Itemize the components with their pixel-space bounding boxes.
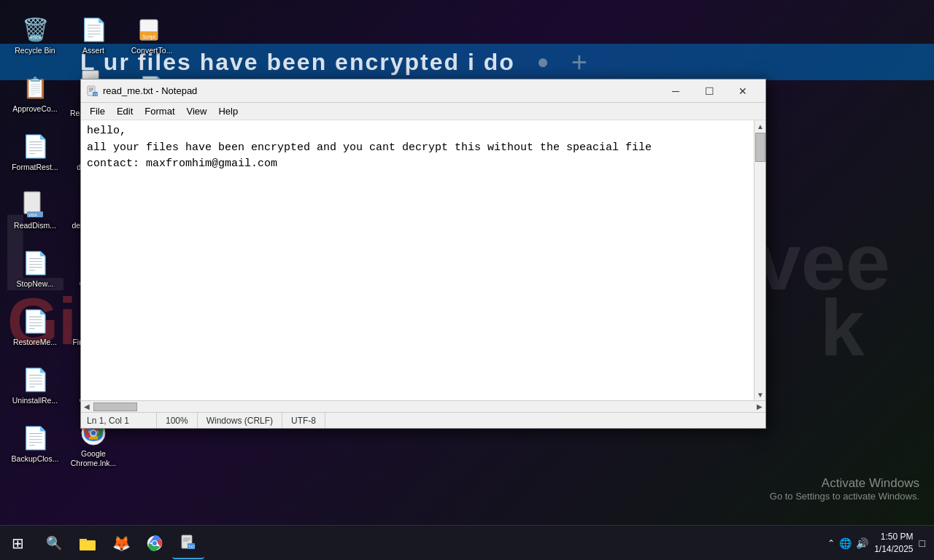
- vertical-scrollbar[interactable]: ▲ ▼: [754, 120, 765, 400]
- status-encoding: UTF-8: [282, 413, 325, 428]
- svg-rect-25: [80, 541, 95, 550]
- taskbar: ⊞ 🔍 🦊: [0, 525, 934, 560]
- svg-text:Script: Script: [142, 34, 155, 40]
- menu-help[interactable]: Help: [212, 104, 244, 118]
- notepad-title-icon: TXT: [87, 85, 99, 97]
- scroll-up-arrow[interactable]: ▲: [754, 120, 765, 132]
- restore-me-icon: 📄: [20, 307, 50, 336]
- desktop-icon-read-dism[interactable]: VBA ReadDism...: [6, 181, 64, 239]
- editor-area: hello, all your files have been encrypte…: [81, 120, 765, 400]
- desktop: L ur files have been encrypted i do ● + …: [0, 0, 934, 560]
- activate-windows-subtitle: Go to Settings to activate Windows.: [770, 491, 919, 502]
- taskbar-chrome[interactable]: [139, 527, 171, 559]
- desktop-icon-uninstall-re[interactable]: 📄 UninstallRe...: [6, 356, 64, 414]
- convert-to-icon: Script: [137, 15, 166, 44]
- assert-icon: 📄: [79, 15, 108, 44]
- window-titlebar: TXT read_me.txt - Notepad ─ ☐ ✕: [81, 79, 765, 103]
- svg-point-28: [153, 541, 157, 545]
- editor-content[interactable]: hello, all your files have been encrypte…: [81, 120, 754, 400]
- desktop-icon-format-rest[interactable]: 📄 FormatRest...: [6, 122, 64, 181]
- taskbar-time-text: 1:50 PM: [874, 531, 913, 543]
- uninstall-re-label: UninstallRe...: [12, 396, 58, 405]
- format-rest-label: FormatRest...: [12, 163, 58, 172]
- desktop-icon-restore-me[interactable]: 📄 RestoreMe...: [6, 298, 64, 356]
- status-line-ending: Windows (CRLF): [198, 413, 282, 428]
- scroll-thumb-v[interactable]: [755, 133, 765, 162]
- status-position: Ln 1, Col 1: [84, 413, 157, 428]
- approve-co-label: ApproveCo...: [12, 104, 57, 114]
- format-rest-icon: 📄: [20, 132, 50, 161]
- desktop-icon-approve-co[interactable]: 📋 ApproveCo...: [6, 64, 64, 122]
- status-bar: Ln 1, Col 1 100% Windows (CRLF) UTF-8: [81, 412, 765, 428]
- notepad-title-text: read_me.txt - Notepad: [103, 85, 659, 96]
- taskbar-notepad[interactable]: TXT: [172, 527, 204, 559]
- recycle-bin-label: Recycle Bin: [15, 46, 55, 55]
- menu-format[interactable]: Format: [139, 104, 180, 118]
- chrome-label: Google Chrome.lnk...: [67, 449, 120, 467]
- notification-icon[interactable]: □: [919, 537, 925, 549]
- scroll-track-v[interactable]: [754, 132, 765, 389]
- bg-k-text: k: [820, 281, 865, 373]
- menu-view[interactable]: View: [181, 104, 213, 118]
- restore-me-label: RestoreMe...: [13, 338, 57, 347]
- start-button[interactable]: ⊞: [0, 526, 35, 561]
- scroll-thumb-h[interactable]: [93, 402, 137, 411]
- window-controls: ─ ☐ ✕: [659, 79, 760, 103]
- scroll-right-arrow[interactable]: ▶: [754, 401, 765, 413]
- uninstall-re-icon: 📄: [20, 365, 50, 394]
- approve-co-icon: 📋: [20, 74, 50, 103]
- close-button[interactable]: ✕: [726, 79, 760, 103]
- recycle-bin-icon: 🗑️: [20, 15, 50, 44]
- assert-label: Assert: [82, 46, 104, 55]
- desktop-icon-assert[interactable]: 📄 Assert: [64, 6, 123, 64]
- taskbar-file-explorer[interactable]: [72, 527, 104, 559]
- scroll-down-arrow[interactable]: ▼: [754, 389, 765, 400]
- horizontal-scrollbar[interactable]: ◀ ▶: [81, 400, 765, 412]
- stop-new-label: StopNew...: [17, 279, 54, 289]
- bg-header-circle: ●: [537, 50, 549, 74]
- backup-clos-label: BackupClos...: [12, 454, 59, 464]
- taskbar-items: 🔍 🦊: [35, 526, 207, 561]
- menu-bar: File Edit Format View Help: [81, 103, 765, 120]
- taskbar-firefox[interactable]: 🦊: [105, 527, 137, 559]
- taskbar-right: ⌃ 🌐 🔊 1:50 PM 1/14/2025 □: [827, 531, 934, 556]
- scroll-track-h[interactable]: [93, 401, 754, 413]
- read-dism-icon: VBA: [20, 190, 50, 219]
- svg-text:TXT: TXT: [188, 545, 195, 549]
- read-dism-label: ReadDism...: [14, 221, 56, 230]
- desktop-icon-convert-to[interactable]: Script ConvertTo...: [123, 6, 181, 64]
- svg-text:VBA: VBA: [28, 213, 37, 217]
- maximize-button[interactable]: ☐: [692, 79, 726, 103]
- notepad-window: TXT read_me.txt - Notepad ─ ☐ ✕ File Edi…: [80, 79, 766, 429]
- taskbar-search[interactable]: 🔍: [38, 527, 70, 559]
- desktop-icon-backup-clos[interactable]: 📄 BackupClos...: [6, 414, 64, 472]
- backup-clos-icon: 📄: [20, 424, 50, 453]
- taskbar-clock[interactable]: 1:50 PM 1/14/2025: [874, 531, 913, 556]
- taskbar-chevron-icon[interactable]: ⌃: [827, 538, 835, 548]
- activate-windows-title: Activate Windows: [770, 476, 919, 491]
- network-icon[interactable]: 🌐: [839, 537, 852, 549]
- desktop-icon-stop-new[interactable]: 📄 StopNew...: [6, 239, 64, 298]
- taskbar-date-text: 1/14/2025: [874, 543, 913, 556]
- menu-edit[interactable]: Edit: [111, 104, 139, 118]
- editor-wrapper: hello, all your files have been encrypte…: [81, 120, 765, 412]
- minimize-button[interactable]: ─: [659, 79, 692, 103]
- activate-windows-notice: Activate Windows Go to Settings to activ…: [770, 476, 919, 502]
- convert-to-label: ConvertTo...: [131, 46, 173, 55]
- svg-rect-0: [24, 192, 40, 214]
- stop-new-icon: 📄: [20, 249, 50, 278]
- svg-point-9: [91, 431, 96, 435]
- desktop-icon-recycle-bin[interactable]: 🗑️ Recycle Bin: [6, 6, 64, 64]
- status-zoom: 100%: [157, 413, 198, 428]
- scroll-left-arrow[interactable]: ◀: [81, 401, 93, 413]
- taskbar-sys-icons: ⌃ 🌐 🔊: [827, 537, 868, 549]
- volume-icon[interactable]: 🔊: [856, 537, 868, 549]
- svg-text:TXT: TXT: [93, 93, 99, 96]
- bg-header-plus: +: [571, 47, 587, 78]
- menu-file[interactable]: File: [84, 104, 111, 118]
